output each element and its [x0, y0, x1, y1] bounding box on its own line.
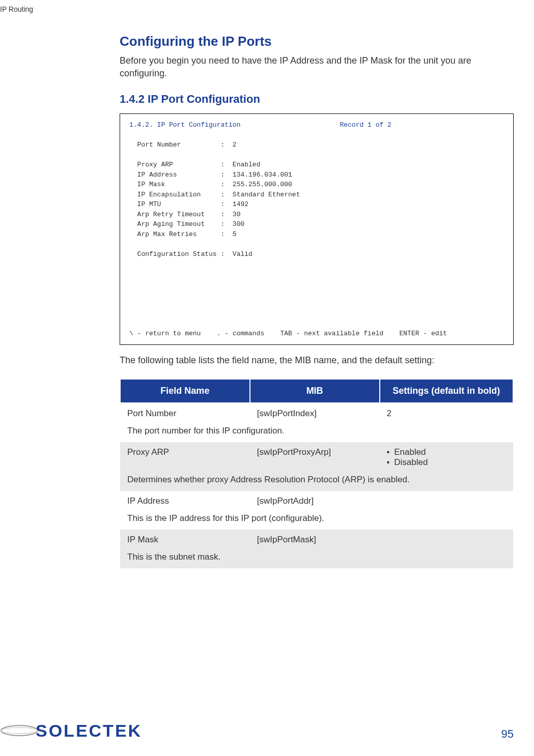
list-item: Disabled [387, 457, 507, 468]
main-content: Configuring the IP Ports Before you begi… [120, 34, 514, 568]
table-header-settings: Settings (default in bold) [380, 379, 514, 403]
table-intro: The following table lists the field name… [120, 355, 514, 366]
terminal-body: Port Number : 2 Proxy ARP : Enabled IP A… [129, 141, 447, 337]
terminal-title-line: 1.4.2. IP Port Configuration Record 1 of… [129, 121, 391, 129]
cell-mib: [swIpPortProxyArp] [250, 442, 380, 473]
cell-settings [380, 491, 514, 511]
section-title: 1.4.2 IP Port Configuration [120, 93, 514, 106]
page-header: IP Routing [0, 5, 514, 13]
table-row: IP Address[swIpPortAddr] [120, 491, 513, 511]
cell-desc: This is the IP address for this IP port … [120, 511, 513, 530]
field-table: Field Name MIB Settings (default in bold… [120, 379, 514, 568]
cell-desc: This is the subnet mask. [120, 550, 513, 568]
cell-field: IP Mask [120, 530, 250, 550]
cell-field: IP Address [120, 491, 250, 511]
cell-desc: Determines whether proxy Address Resolut… [120, 473, 513, 491]
page-footer: SOLECTEK 95 [0, 720, 514, 741]
page-number: 95 [501, 728, 514, 741]
cell-settings [380, 530, 514, 550]
cell-field: Proxy ARP [120, 442, 250, 473]
table-row: IP Mask[swIpPortMask] [120, 530, 513, 550]
table-row: Port Number[swIpPortIndex]2 [120, 403, 513, 424]
logo: SOLECTEK [0, 720, 142, 741]
cell-mib: [swIpPortIndex] [250, 403, 380, 424]
cell-field: Port Number [120, 403, 250, 424]
cell-desc: The port number for this IP configuratio… [120, 424, 513, 442]
list-item: Enabled [387, 447, 507, 457]
cell-mib: [swIpPortMask] [250, 530, 380, 550]
page-title: Configuring the IP Ports [120, 34, 514, 49]
cell-settings: EnabledDisabled [380, 442, 514, 473]
table-row-desc: Determines whether proxy Address Resolut… [120, 473, 513, 491]
table-row-desc: This is the subnet mask. [120, 550, 513, 568]
table-header-mib: MIB [250, 379, 380, 403]
cell-settings: 2 [380, 403, 514, 424]
intro-text: Before you begin you need to have the IP… [120, 54, 514, 80]
logo-swoosh-icon [0, 720, 41, 741]
logo-text: SOLECTEK [36, 721, 142, 741]
svg-point-0 [1, 725, 38, 736]
table-row: Proxy ARP[swIpPortProxyArp]EnabledDisabl… [120, 442, 513, 473]
svg-point-1 [1, 728, 38, 734]
terminal-screen: 1.4.2. IP Port Configuration Record 1 of… [120, 113, 514, 345]
table-header-field: Field Name [120, 379, 250, 403]
table-row-desc: The port number for this IP configuratio… [120, 424, 513, 442]
cell-mib: [swIpPortAddr] [250, 491, 380, 511]
table-row-desc: This is the IP address for this IP port … [120, 511, 513, 530]
